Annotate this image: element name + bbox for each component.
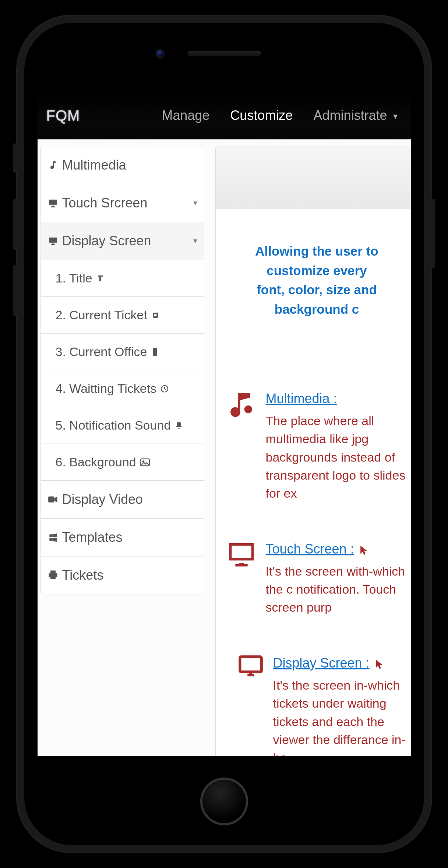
- video-camera-icon: [47, 495, 59, 504]
- sidebar-label: 4. Waitting Tickets: [56, 381, 157, 396]
- chevron-down-icon: ▾: [193, 198, 197, 208]
- intro-line: Allowing the user to customize every: [223, 242, 411, 280]
- content-area: Multimedia Touch Srcreen ▾: [38, 139, 411, 756]
- svg-point-5: [231, 408, 240, 417]
- sidebar-item-multimedia[interactable]: Multimedia: [41, 146, 204, 184]
- svg-rect-7: [240, 657, 261, 672]
- sidebar: Multimedia Touch Srcreen ▾: [40, 146, 204, 594]
- phone-camera: [156, 49, 165, 58]
- section-title-link[interactable]: Display Screen :: [273, 655, 370, 670]
- section-title-link[interactable]: Multimedia :: [266, 391, 337, 406]
- svg-point-6: [244, 405, 252, 413]
- brand-logo[interactable]: FQM: [43, 107, 80, 124]
- sidebar-label: Touch Srcreen: [62, 195, 148, 211]
- svg-rect-0: [99, 277, 100, 281]
- desktop-icon: [227, 540, 256, 569]
- panel-body: Allowing the user to customize every fon…: [215, 209, 411, 756]
- section-text: Touch Screen : It's the screen with-whic…: [266, 540, 411, 617]
- sidebar-item-templates[interactable]: Templates: [41, 519, 204, 556]
- desktop-icon: [227, 654, 264, 679]
- text-cursor-icon: [96, 274, 105, 283]
- sidebar-item-display-screen[interactable]: Display Screen ▾: [41, 222, 204, 260]
- section-desc: It's the screen in-which tickets under w…: [273, 676, 411, 756]
- phone-frame-outer: FQM Manage Customize Administrate ▾: [16, 15, 432, 853]
- sidebar-label: 3. Current Office: [56, 345, 147, 359]
- chevron-down-icon: ▾: [393, 111, 398, 121]
- intro-line: font, color, size and background c: [223, 280, 411, 319]
- desktop-icon: [47, 236, 59, 246]
- nav-manage[interactable]: Manage: [154, 108, 218, 123]
- phone-body: FQM Manage Customize Administrate ▾: [29, 27, 420, 841]
- intro-text: Allowing the user to customize every fon…: [223, 223, 411, 348]
- chevron-down-icon: ▾: [193, 236, 197, 246]
- sidebar-label: 2. Current Ticket: [56, 308, 147, 322]
- phone-side-button: [13, 265, 17, 316]
- nav-customize[interactable]: Customize: [222, 108, 301, 123]
- sidebar-label: Templates: [62, 530, 123, 545]
- windows-icon: [47, 533, 59, 542]
- panel-header: [215, 146, 411, 209]
- phone-side-button: [13, 199, 17, 250]
- phone-side-button: [13, 143, 17, 173]
- sidebar-subitem-current-ticket[interactable]: 2. Current Ticket: [41, 297, 204, 334]
- phone-home-button[interactable]: [200, 778, 248, 825]
- print-icon: [47, 570, 59, 580]
- phone-side-button: [431, 199, 435, 268]
- section-desc: It's the screen with-which the c notific…: [266, 562, 411, 617]
- main-panel: Allowing the user to customize every fon…: [215, 146, 411, 756]
- image-icon: [140, 458, 150, 467]
- section-multimedia: Multimedia : The place where all multime…: [227, 389, 411, 503]
- section-title-link[interactable]: Touch Screen :: [266, 541, 354, 556]
- section-display-screen: Display Screen : It's the screen in-whic…: [227, 654, 411, 756]
- sidebar-subitem-current-office[interactable]: 3. Current Office: [41, 334, 204, 370]
- bell-icon: [174, 421, 183, 430]
- cursor-icon: [375, 659, 384, 669]
- phone-speaker: [187, 51, 261, 56]
- sidebar-label: Display Video: [62, 492, 143, 507]
- music-icon: [227, 389, 256, 419]
- sidebar-subitem-title[interactable]: 1. Title: [41, 260, 204, 297]
- sidebar-item-display-video[interactable]: Display Video: [41, 481, 204, 519]
- sidebar-label: Tickets: [62, 568, 104, 583]
- navbar: FQM Manage Customize Administrate ▾: [38, 92, 411, 139]
- sidebar-label: Display Screen: [62, 233, 151, 249]
- desktop-icon: [47, 198, 59, 208]
- sidebar-label: Multimedia: [62, 157, 126, 173]
- sidebar-subitem-waiting-tickets[interactable]: 4. Waitting Tickets: [41, 370, 204, 407]
- sidebar-item-tickets[interactable]: Tickets: [41, 556, 204, 594]
- sidebar-subitem-notification-sound[interactable]: 5. Notification Sound: [41, 407, 204, 444]
- sidebar-label: 1. Title: [56, 271, 92, 285]
- section-desc: The place where all multimedia like jpg …: [266, 412, 411, 502]
- sidebar-label: 5. Notification Sound: [56, 418, 171, 433]
- app-screen: FQM Manage Customize Administrate ▾: [38, 92, 411, 756]
- divider: [227, 352, 403, 352]
- nav-administrate-label: Administrate: [313, 108, 387, 123]
- sidebar-item-touch-screen[interactable]: Touch Srcreen ▾: [41, 184, 204, 222]
- section-text: Display Screen : It's the screen in-whic…: [273, 654, 411, 756]
- section-text: Multimedia : The place where all multime…: [266, 389, 411, 503]
- music-icon: [47, 160, 59, 170]
- sidebar-subitem-background[interactable]: 6. Background: [41, 444, 204, 481]
- cursor-icon: [360, 545, 368, 555]
- nav-administrate[interactable]: Administrate ▾: [305, 108, 405, 123]
- ticket-icon: [151, 310, 160, 320]
- section-touch-screen: Touch Screen : It's the screen with-whic…: [227, 540, 411, 617]
- clock-icon: [160, 384, 169, 393]
- phone-frame-inner: FQM Manage Customize Administrate ▾: [24, 23, 424, 845]
- building-icon: [151, 347, 159, 357]
- svg-rect-4: [48, 497, 54, 502]
- sidebar-label: 6. Background: [56, 455, 136, 469]
